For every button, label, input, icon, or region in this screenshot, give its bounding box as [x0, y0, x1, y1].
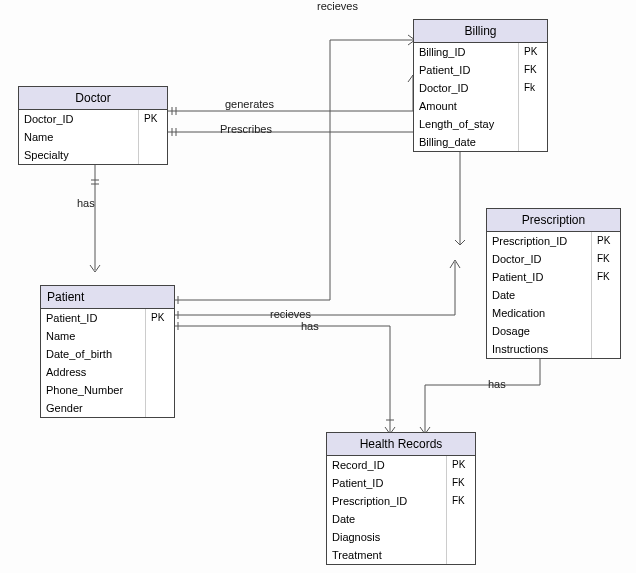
billing-row-0-key: PK [519, 43, 547, 61]
label-generates: generates [225, 98, 274, 110]
billing-row-4-name: Length_of_stay [414, 115, 519, 133]
billing-row-5-name: Billing_date [414, 133, 519, 151]
health-row-3-key [447, 510, 475, 528]
prescription-row-0-key: PK [592, 232, 620, 250]
billing-row-5-key [519, 133, 547, 151]
patient-row-5-key [146, 399, 174, 417]
entity-patient[interactable]: Patient Patient_IDPK Name Date_of_birth … [40, 285, 175, 418]
health-row-4-name: Diagnosis [327, 528, 447, 546]
patient-title: Patient [41, 286, 174, 309]
patient-row-4-key [146, 381, 174, 399]
prescription-row-4-key [592, 304, 620, 322]
patient-row-3-key [146, 363, 174, 381]
prescription-row-1-name: Doctor_ID [487, 250, 592, 268]
health-row-1-key: FK [447, 474, 475, 492]
patient-row-1-key [146, 327, 174, 345]
doctor-row-0-name: Doctor_ID [19, 110, 139, 128]
health-row-2-key: FK [447, 492, 475, 510]
doctor-row-1-name: Name [19, 128, 139, 146]
label-prescribes: Prescribes [220, 123, 272, 135]
label-has-presc-health: has [488, 378, 506, 390]
prescription-row-0-name: Prescription_ID [487, 232, 592, 250]
patient-row-2-name: Date_of_birth [41, 345, 146, 363]
billing-row-2-key: Fk [519, 79, 547, 97]
health-row-0-key: PK [447, 456, 475, 474]
billing-row-1-name: Patient_ID [414, 61, 519, 79]
health-row-5-key [447, 546, 475, 564]
patient-row-2-key [146, 345, 174, 363]
health-row-5-name: Treatment [327, 546, 447, 564]
doctor-row-2-key [139, 146, 167, 164]
patient-row-0-key: PK [146, 309, 174, 327]
label-has-doctor-patient: has [77, 197, 95, 209]
health-title: Health Records [327, 433, 475, 456]
label-recieves-top: recieves [317, 0, 358, 12]
billing-row-1-key: FK [519, 61, 547, 79]
prescription-title: Prescription [487, 209, 620, 232]
prescription-row-3-name: Date [487, 286, 592, 304]
entity-prescription[interactable]: Prescription Prescription_IDPK Doctor_ID… [486, 208, 621, 359]
health-row-3-name: Date [327, 510, 447, 528]
prescription-row-2-name: Patient_ID [487, 268, 592, 286]
patient-row-0-name: Patient_ID [41, 309, 146, 327]
prescription-row-3-key [592, 286, 620, 304]
label-recieves-mid: recieves [270, 308, 311, 320]
patient-row-5-name: Gender [41, 399, 146, 417]
patient-row-1-name: Name [41, 327, 146, 345]
patient-row-4-name: Phone_Number [41, 381, 146, 399]
billing-row-2-name: Doctor_ID [414, 79, 519, 97]
health-row-0-name: Record_ID [327, 456, 447, 474]
health-row-4-key [447, 528, 475, 546]
doctor-title: Doctor [19, 87, 167, 110]
prescription-row-1-key: FK [592, 250, 620, 268]
billing-row-4-key [519, 115, 547, 133]
prescription-row-5-name: Dosage [487, 322, 592, 340]
health-row-2-name: Prescription_ID [327, 492, 447, 510]
prescription-row-5-key [592, 322, 620, 340]
entity-health-records[interactable]: Health Records Record_IDPK Patient_IDFK … [326, 432, 476, 565]
billing-title: Billing [414, 20, 547, 43]
billing-row-3-key [519, 97, 547, 115]
prescription-row-4-name: Medication [487, 304, 592, 322]
prescription-row-6-name: Instructions [487, 340, 592, 358]
doctor-row-1-key [139, 128, 167, 146]
billing-row-0-name: Billing_ID [414, 43, 519, 61]
prescription-row-2-key: FK [592, 268, 620, 286]
entity-doctor[interactable]: Doctor Doctor_IDPK Name Specialty [18, 86, 168, 165]
entity-billing[interactable]: Billing Billing_IDPK Patient_IDFK Doctor… [413, 19, 548, 152]
doctor-row-0-key: PK [139, 110, 167, 128]
prescription-row-6-key [592, 340, 620, 358]
billing-row-3-name: Amount [414, 97, 519, 115]
health-row-1-name: Patient_ID [327, 474, 447, 492]
patient-row-3-name: Address [41, 363, 146, 381]
label-has-patient-health: has [301, 320, 319, 332]
doctor-row-2-name: Specialty [19, 146, 139, 164]
